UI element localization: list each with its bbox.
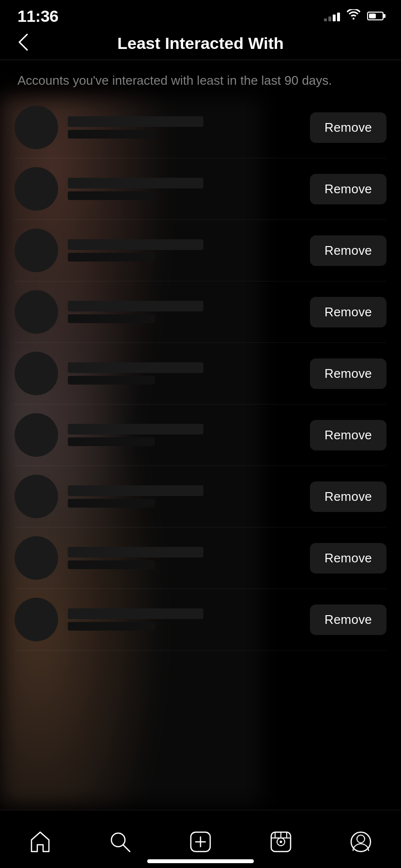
nav-header: Least Interacted With <box>0 29 401 60</box>
status-icons <box>324 9 384 23</box>
battery-icon <box>367 12 384 20</box>
account-details <box>68 547 203 569</box>
account-name-placeholder <box>68 239 203 250</box>
svg-point-7 <box>279 840 282 843</box>
avatar <box>15 352 58 395</box>
account-info <box>15 475 310 518</box>
accounts-list: Remove Remove <box>0 97 401 651</box>
remove-button[interactable]: Remove <box>310 420 386 450</box>
account-info <box>15 413 310 457</box>
list-item: Remove <box>15 281 386 343</box>
avatar <box>15 167 58 211</box>
list-item: Remove <box>15 404 386 466</box>
reels-icon <box>268 829 293 854</box>
search-icon <box>108 829 133 854</box>
account-details <box>68 178 203 200</box>
svg-line-1 <box>123 845 130 852</box>
subtitle-text: Accounts you've interacted with least in… <box>0 60 401 97</box>
account-handle-placeholder <box>68 376 155 385</box>
account-info <box>15 167 310 211</box>
avatar <box>15 229 58 272</box>
account-name-placeholder <box>68 301 203 311</box>
account-handle-placeholder <box>68 560 155 569</box>
remove-button[interactable]: Remove <box>310 543 386 574</box>
list-item: Remove <box>15 527 386 589</box>
home-icon <box>28 829 53 854</box>
remove-button[interactable]: Remove <box>310 174 386 204</box>
home-bar <box>147 859 254 863</box>
list-item: Remove <box>15 589 386 651</box>
account-name-placeholder <box>68 608 203 619</box>
account-name-placeholder <box>68 424 203 434</box>
avatar <box>15 475 58 518</box>
account-info <box>15 352 310 395</box>
account-handle-placeholder <box>68 437 155 446</box>
avatar <box>15 106 58 149</box>
avatar <box>15 290 58 334</box>
account-details <box>68 301 203 323</box>
avatar <box>15 598 58 641</box>
account-name-placeholder <box>68 178 203 188</box>
account-name-placeholder <box>68 547 203 558</box>
status-time: 11:36 <box>17 7 58 26</box>
account-info <box>15 106 310 149</box>
avatar <box>15 536 58 580</box>
nav-item-home[interactable] <box>0 825 80 858</box>
list-item: Remove <box>15 158 386 220</box>
nav-item-profile[interactable] <box>321 825 401 858</box>
account-details <box>68 608 203 631</box>
add-icon <box>188 829 213 854</box>
account-name-placeholder <box>68 116 203 127</box>
account-handle-placeholder <box>68 622 155 631</box>
remove-button[interactable]: Remove <box>310 112 386 143</box>
page-title: Least Interacted With <box>117 34 284 53</box>
nav-item-add[interactable] <box>160 825 241 858</box>
remove-button[interactable]: Remove <box>310 604 386 635</box>
account-handle-placeholder <box>68 253 155 262</box>
back-button[interactable] <box>15 31 31 56</box>
list-item: Remove <box>15 343 386 404</box>
account-name-placeholder <box>68 362 203 373</box>
account-handle-placeholder <box>68 314 155 323</box>
remove-button[interactable]: Remove <box>310 297 386 327</box>
account-handle-placeholder <box>68 130 155 139</box>
content-area: Remove Remove <box>0 97 401 805</box>
list-item: Remove <box>15 220 386 281</box>
nav-item-reels[interactable] <box>241 825 321 858</box>
account-details <box>68 485 203 508</box>
avatar <box>15 413 58 457</box>
svg-point-13 <box>357 835 365 843</box>
account-details <box>68 424 203 446</box>
account-info <box>15 290 310 334</box>
remove-button[interactable]: Remove <box>310 358 386 389</box>
account-name-placeholder <box>68 485 203 496</box>
account-handle-placeholder <box>68 191 155 200</box>
wifi-icon <box>347 9 360 23</box>
status-bar: 11:36 <box>0 0 401 29</box>
account-info <box>15 229 310 272</box>
nav-item-search[interactable] <box>80 825 161 858</box>
remove-button[interactable]: Remove <box>310 235 386 266</box>
account-info <box>15 598 310 641</box>
remove-button[interactable]: Remove <box>310 481 386 512</box>
profile-icon <box>348 829 373 854</box>
list-item: Remove <box>15 97 386 158</box>
signal-icon <box>324 11 340 21</box>
list-item: Remove <box>15 466 386 527</box>
account-info <box>15 536 310 580</box>
account-handle-placeholder <box>68 499 155 508</box>
account-details <box>68 239 203 262</box>
account-details <box>68 362 203 385</box>
account-details <box>68 116 203 139</box>
